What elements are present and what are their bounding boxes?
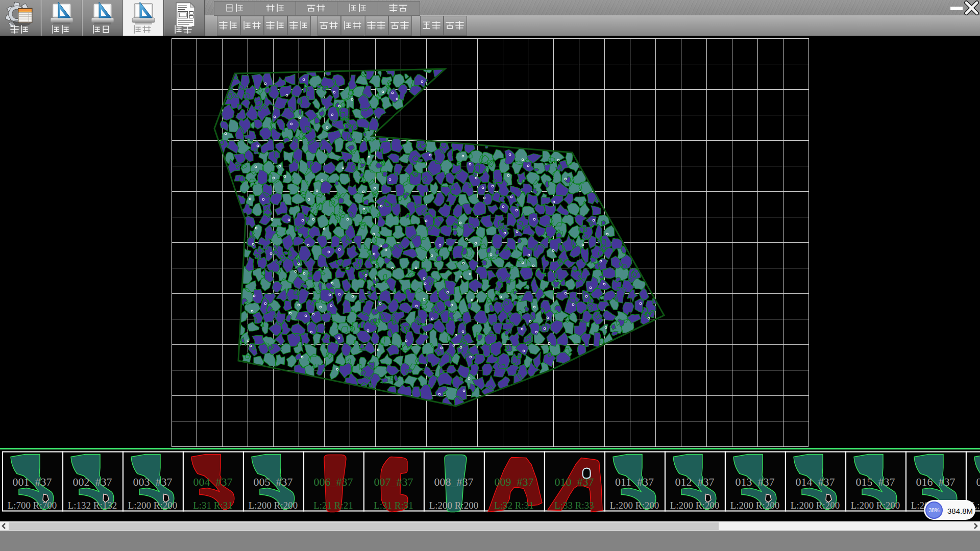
svg-text:017_#37: 017_#37	[976, 475, 980, 488]
svg-text:016_#37: 016_#37	[916, 475, 955, 488]
svg-text:L:200 R:200: L:200 R:200	[249, 500, 298, 511]
svg-text:L:200 R:200: L:200 R:200	[429, 500, 479, 511]
svg-text:013_#37: 013_#37	[736, 475, 775, 488]
svg-text:010_#37: 010_#37	[555, 475, 594, 488]
svg-text:L:31 R:31: L:31 R:31	[374, 500, 413, 511]
svg-text:003_#37: 003_#37	[133, 475, 173, 488]
svg-text:002_#37: 002_#37	[73, 475, 112, 488]
svg-text:007_#37: 007_#37	[374, 475, 413, 488]
svg-text:L:200 R:200: L:200 R:200	[730, 500, 780, 511]
svg-text:L:200 R:200: L:200 R:200	[791, 500, 840, 511]
svg-text:004_#37: 004_#37	[193, 475, 233, 488]
svg-text:L:200 R:200: L:200 R:200	[610, 500, 659, 511]
svg-text:006_#37: 006_#37	[314, 475, 353, 488]
svg-text:L:31 R:31: L:31 R:31	[193, 500, 233, 511]
svg-text:L:200 R:200: L:200 R:200	[851, 500, 900, 511]
svg-text:015_#37: 015_#37	[856, 475, 895, 488]
svg-text:009_#37: 009_#37	[495, 475, 534, 488]
svg-text:012_#37: 012_#37	[675, 475, 715, 488]
svg-text:005_#37: 005_#37	[254, 475, 293, 488]
svg-text:001_#37: 001_#37	[13, 475, 52, 488]
svg-text:011_#37: 011_#37	[615, 475, 654, 488]
svg-text:L:33 R:33: L:33 R:33	[554, 500, 594, 511]
svg-text:L:132 R:132: L:132 R:132	[68, 500, 117, 511]
svg-text:L:32 R:31: L:32 R:31	[494, 500, 534, 511]
svg-text:008_#37: 008_#37	[434, 475, 474, 488]
svg-text:014_#37: 014_#37	[796, 475, 835, 488]
svg-text:L:200 R:200: L:200 R:200	[128, 500, 178, 511]
svg-text:L:200 R:200: L:200 R:200	[670, 500, 720, 511]
svg-text:L:21 R:21: L:21 R:21	[313, 500, 353, 511]
svg-text:L:700 R:700: L:700 R:700	[8, 500, 57, 511]
